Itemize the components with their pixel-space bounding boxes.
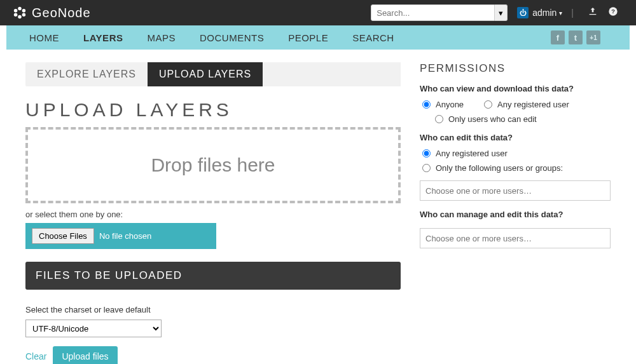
caret-down-icon: ▾ bbox=[559, 10, 562, 17]
divider: | bbox=[571, 8, 574, 18]
tab-upload-layers[interactable]: UPLOAD LAYERS bbox=[148, 62, 263, 86]
perm-edit-question: Who can edit this data? bbox=[420, 133, 611, 142]
perm-view-question: Who can view and download this data? bbox=[420, 84, 611, 93]
plusone-icon[interactable]: +1 bbox=[586, 30, 600, 44]
charset-label: Select the charset or leave default bbox=[25, 305, 401, 314]
username: admin bbox=[532, 8, 556, 18]
nav-layers[interactable]: LAYERS bbox=[83, 32, 123, 43]
svg-point-0 bbox=[18, 7, 22, 11]
perm-view-editors[interactable]: Only users who can edit bbox=[435, 114, 611, 124]
user-menu[interactable]: ⏻ admin ▾ bbox=[517, 7, 562, 18]
page-title: UPLOAD LAYERS bbox=[25, 99, 401, 121]
nav-search[interactable]: SEARCH bbox=[352, 32, 394, 43]
main-nav: HOME LAYERS MAPS DOCUMENTS PEOPLE SEARCH… bbox=[6, 25, 630, 50]
search-input[interactable] bbox=[371, 4, 495, 21]
brand-logo[interactable]: GeoNode bbox=[13, 6, 91, 20]
svg-point-4 bbox=[14, 13, 18, 17]
nav-people[interactable]: PEOPLE bbox=[288, 32, 328, 43]
upload-icon[interactable] bbox=[588, 6, 598, 19]
twitter-icon[interactable]: t bbox=[569, 30, 583, 44]
power-icon: ⏻ bbox=[517, 7, 529, 18]
dropzone[interactable]: Drop files here bbox=[25, 127, 401, 203]
svg-text:?: ? bbox=[611, 8, 615, 15]
clear-link[interactable]: Clear bbox=[25, 351, 46, 361]
svg-point-5 bbox=[22, 13, 25, 17]
tab-explore-layers[interactable]: EXPLORE LAYERS bbox=[25, 62, 148, 86]
choose-files-button[interactable]: Choose Files bbox=[32, 228, 94, 244]
file-chooser-bar: Choose Files No file chosen bbox=[25, 223, 216, 249]
file-status: No file chosen bbox=[99, 231, 151, 241]
nav-maps[interactable]: MAPS bbox=[147, 32, 176, 43]
permissions-title: PERMISSIONS bbox=[420, 62, 611, 75]
dropzone-text: Drop files here bbox=[151, 154, 275, 176]
nav-documents[interactable]: DOCUMENTS bbox=[200, 32, 264, 43]
facebook-icon[interactable]: f bbox=[551, 30, 565, 44]
svg-point-3 bbox=[22, 9, 25, 13]
flower-icon bbox=[13, 6, 27, 20]
perm-manage-users-input[interactable] bbox=[420, 228, 611, 248]
brand-text: GeoNode bbox=[32, 6, 91, 20]
subtabs: EXPLORE LAYERS UPLOAD LAYERS bbox=[25, 62, 401, 86]
nav-home[interactable]: HOME bbox=[29, 32, 59, 43]
perm-edit-users-input[interactable] bbox=[420, 180, 611, 201]
files-to-upload-header: FILES TO BE UPLOADED bbox=[25, 262, 401, 290]
perm-manage-question: Who can manage and edit this data? bbox=[420, 210, 611, 219]
perm-view-registered[interactable]: Any registered user bbox=[484, 100, 569, 109]
help-icon[interactable]: ? bbox=[608, 6, 618, 19]
perm-edit-specific[interactable]: Only the following users or groups: bbox=[422, 163, 611, 173]
svg-point-1 bbox=[18, 15, 22, 18]
upload-files-button[interactable]: Upload files bbox=[53, 346, 117, 364]
svg-point-2 bbox=[14, 9, 18, 13]
or-select-text: or select them one by one: bbox=[25, 210, 401, 219]
perm-view-anyone[interactable]: Anyone bbox=[422, 100, 464, 109]
charset-select[interactable]: UTF-8/Unicode bbox=[25, 320, 162, 337]
search-box: ▾ bbox=[371, 4, 508, 21]
perm-edit-registered[interactable]: Any registered user bbox=[422, 149, 611, 158]
search-dropdown-button[interactable]: ▾ bbox=[495, 4, 508, 21]
